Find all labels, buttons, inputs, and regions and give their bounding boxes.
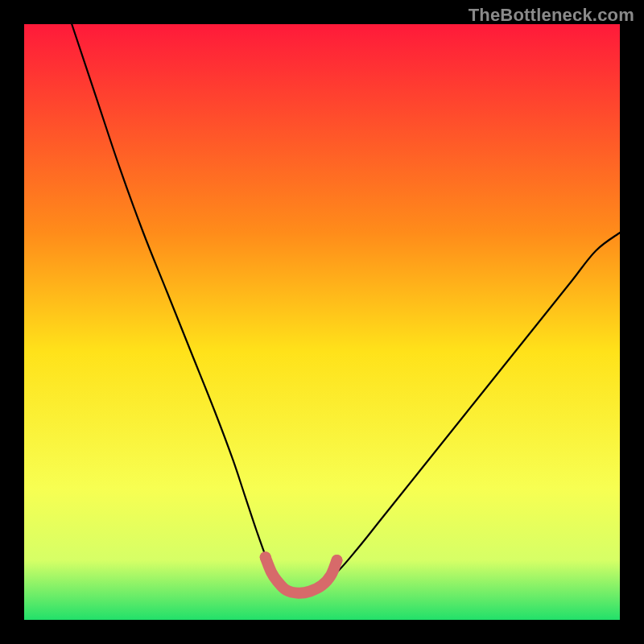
optimum-endpoint-right <box>332 555 343 566</box>
chart-frame: { "watermark": "TheBottleneck.com", "cha… <box>0 0 644 644</box>
optimum-endpoint-left <box>260 551 271 563</box>
bottleneck-chart <box>0 0 644 644</box>
gradient-background <box>24 24 620 620</box>
